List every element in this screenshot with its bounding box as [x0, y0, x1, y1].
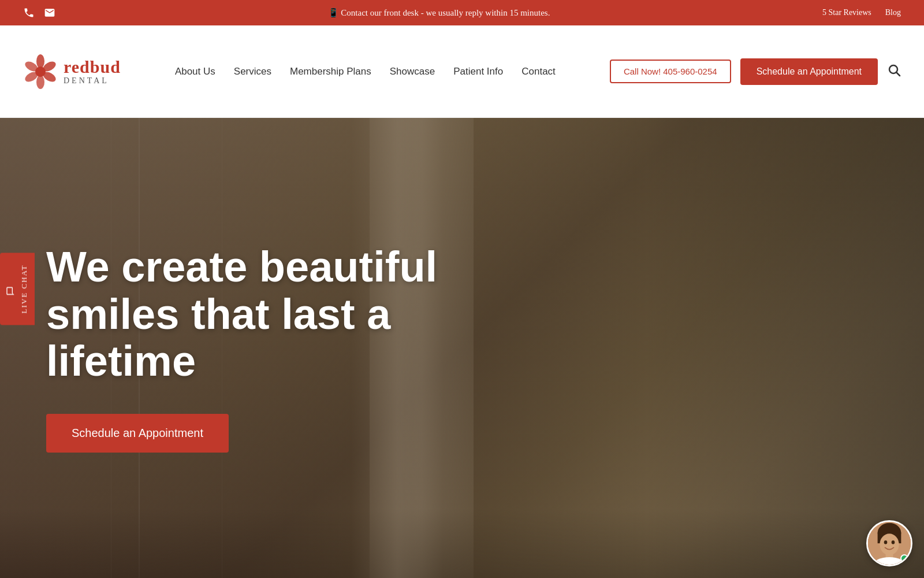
blog-link[interactable]: Blog	[885, 8, 901, 17]
nav-patient-info[interactable]: Patient Info	[453, 66, 503, 77]
online-status-dot	[900, 554, 908, 562]
svg-point-14	[892, 540, 895, 544]
live-chat-label: LIVE CHAT	[20, 265, 29, 314]
phone-icon	[23, 7, 35, 18]
search-button[interactable]	[887, 63, 901, 80]
logo[interactable]: redbud DENTAL	[23, 54, 121, 89]
svg-point-12	[880, 533, 899, 555]
live-chat-tab[interactable]: LIVE CHAT	[0, 253, 35, 325]
nav-membership-plans[interactable]: Membership Plans	[290, 66, 371, 77]
logo-brand-name: redbud	[64, 57, 121, 76]
logo-text: redbud DENTAL	[64, 57, 121, 85]
hero-content: We create beautiful smiles that last a l…	[0, 243, 520, 452]
email-icon	[44, 7, 55, 18]
logo-flower-icon	[23, 54, 58, 89]
schedule-appointment-button-hero[interactable]: Schedule an Appointment	[46, 414, 229, 453]
nav-about-us[interactable]: About Us	[175, 66, 215, 77]
header: redbud DENTAL About Us Services Membersh…	[0, 25, 924, 118]
hero-section: We create beautiful smiles that last a l…	[0, 118, 924, 578]
top-banner-right[interactable]: 5 Star Reviews Blog	[822, 8, 901, 17]
nav-showcase[interactable]: Showcase	[390, 66, 435, 77]
nav-services[interactable]: Services	[234, 66, 271, 77]
nav-actions: Call Now! 405-960-0254 Schedule an Appoi…	[610, 58, 901, 85]
chat-avatar[interactable]	[866, 520, 912, 566]
hero-heading: We create beautiful smiles that last a l…	[46, 243, 474, 384]
logo-brand-type: DENTAL	[64, 76, 121, 85]
svg-point-6	[35, 66, 46, 77]
schedule-appointment-button-nav[interactable]: Schedule an Appointment	[740, 58, 878, 85]
top-banner: 📱 Contact our front desk - we usually re…	[0, 0, 924, 25]
svg-line-8	[897, 72, 900, 76]
svg-point-3	[36, 75, 44, 89]
top-banner-left	[23, 7, 55, 18]
live-chat-icon	[6, 286, 15, 295]
call-now-button[interactable]: Call Now! 405-960-0254	[610, 60, 731, 83]
svg-point-13	[884, 540, 888, 544]
five-star-reviews-link[interactable]: 5 Star Reviews	[822, 8, 871, 17]
main-nav: About Us Services Membership Plans Showc…	[175, 66, 556, 77]
nav-contact[interactable]: Contact	[521, 66, 556, 77]
svg-point-0	[36, 54, 44, 68]
top-banner-message: 📱 Contact our front desk - we usually re…	[55, 8, 822, 18]
